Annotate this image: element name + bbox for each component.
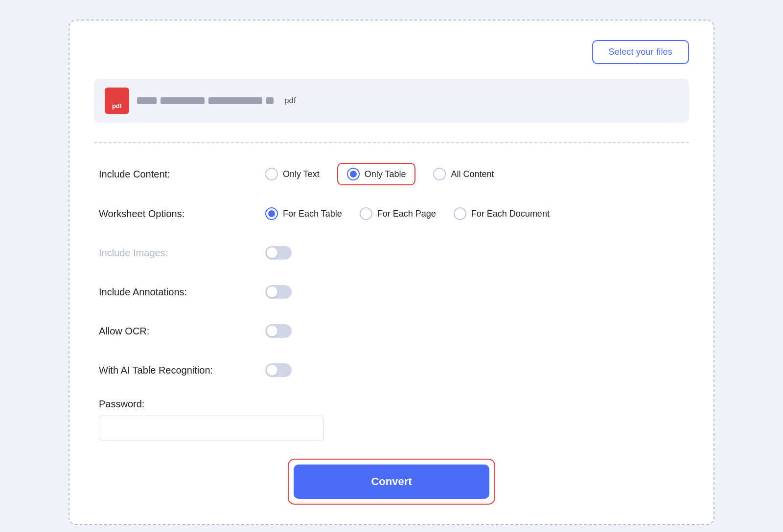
form-section: Include Content: Only Text Only Table Al… bbox=[94, 163, 689, 505]
only-text-label: Only Text bbox=[283, 169, 320, 179]
all-content-option[interactable]: All Content bbox=[433, 168, 494, 180]
worksheet-options-row: Worksheet Options: For Each Table For Ea… bbox=[99, 203, 684, 224]
for-each-page-label: For Each Page bbox=[377, 209, 436, 219]
ai-table-label: With AI Table Recognition: bbox=[99, 365, 265, 376]
file-extension: pdf bbox=[284, 96, 296, 106]
blur-block-3 bbox=[208, 97, 262, 104]
only-table-label: Only Table bbox=[365, 169, 406, 179]
ai-table-row: With AI Table Recognition: bbox=[99, 359, 684, 381]
include-annotations-label: Include Annotations: bbox=[99, 287, 265, 298]
main-container: Select your files pdf pdf Include Conten… bbox=[69, 20, 714, 525]
for-each-document-option[interactable]: For Each Document bbox=[454, 207, 550, 220]
pdf-icon: pdf bbox=[105, 88, 129, 114]
for-each-page-radio[interactable] bbox=[360, 207, 372, 220]
convert-btn-highlight: Convert bbox=[288, 459, 495, 505]
all-content-radio[interactable] bbox=[433, 168, 446, 180]
select-files-button[interactable]: Select your files bbox=[592, 40, 689, 64]
allow-ocr-toggle[interactable] bbox=[265, 324, 292, 338]
convert-button[interactable]: Convert bbox=[294, 465, 489, 499]
svg-rect-0 bbox=[105, 88, 129, 114]
worksheet-radio-group: For Each Table For Each Page For Each Do… bbox=[265, 207, 550, 220]
include-annotations-row: Include Annotations: bbox=[99, 281, 684, 303]
header-row: Select your files bbox=[94, 40, 689, 64]
for-each-page-option[interactable]: For Each Page bbox=[360, 207, 436, 220]
include-content-label: Include Content: bbox=[99, 169, 265, 180]
svg-text:pdf: pdf bbox=[112, 102, 122, 110]
allow-ocr-row: Allow OCR: bbox=[99, 320, 684, 342]
content-radio-group: Only Text Only Table All Content bbox=[265, 163, 494, 185]
blur-block-4 bbox=[266, 97, 274, 104]
blur-block-1 bbox=[137, 97, 157, 104]
for-each-document-radio[interactable] bbox=[454, 207, 466, 220]
worksheet-options-label: Worksheet Options: bbox=[99, 208, 265, 220]
password-row: Password: bbox=[99, 399, 684, 441]
only-text-radio[interactable] bbox=[265, 168, 278, 180]
file-name-placeholder bbox=[137, 97, 274, 104]
convert-btn-wrapper: Convert bbox=[99, 459, 684, 505]
blur-block-2 bbox=[161, 97, 205, 104]
password-input[interactable] bbox=[99, 416, 324, 441]
ai-table-toggle[interactable] bbox=[265, 363, 292, 377]
only-table-radio[interactable] bbox=[347, 168, 360, 180]
only-table-option[interactable]: Only Table bbox=[337, 163, 416, 185]
for-each-table-option[interactable]: For Each Table bbox=[265, 207, 342, 220]
include-content-row: Include Content: Only Text Only Table Al… bbox=[99, 163, 684, 185]
only-text-option[interactable]: Only Text bbox=[265, 168, 320, 180]
section-divider bbox=[94, 142, 689, 143]
allow-ocr-label: Allow OCR: bbox=[99, 326, 265, 337]
password-label: Password: bbox=[99, 399, 265, 410]
for-each-table-radio[interactable] bbox=[265, 207, 278, 220]
for-each-document-label: For Each Document bbox=[471, 209, 550, 219]
include-images-row: Include Images: bbox=[99, 242, 684, 264]
all-content-label: All Content bbox=[451, 169, 494, 179]
for-each-table-label: For Each Table bbox=[283, 209, 342, 219]
file-row: pdf pdf bbox=[94, 79, 689, 123]
include-annotations-toggle[interactable] bbox=[265, 285, 292, 299]
include-images-label: Include Images: bbox=[99, 247, 265, 259]
include-images-toggle[interactable] bbox=[265, 246, 292, 260]
